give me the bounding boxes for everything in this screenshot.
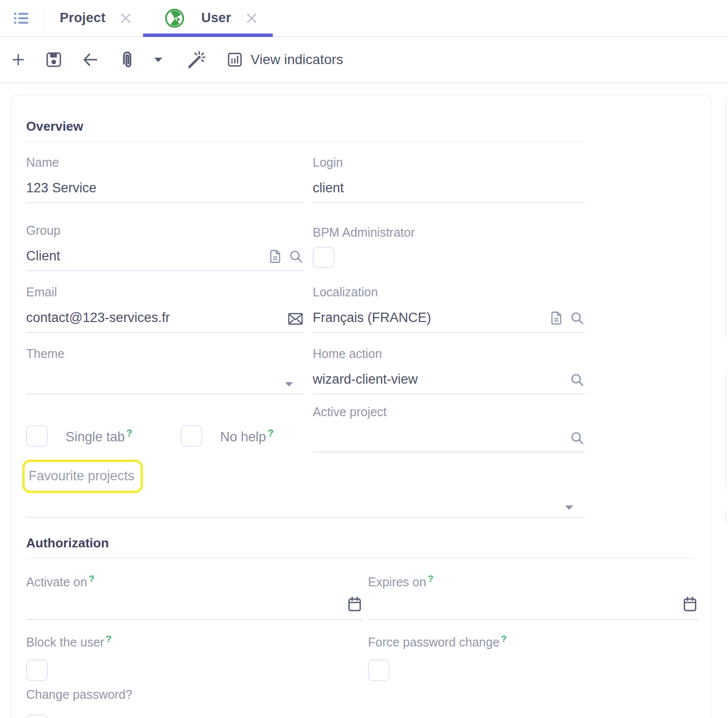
block-user-field: Block the user? — [26, 632, 363, 681]
authorization-section: Authorization Activate on? — [26, 536, 711, 718]
toolbar: View indicators — [0, 37, 728, 83]
expires-on-input[interactable] — [368, 591, 698, 620]
favourite-projects-select[interactable] — [26, 495, 585, 518]
active-tab-indicator — [143, 34, 273, 37]
login-field: Login client — [313, 155, 585, 203]
activate-on-field: Activate on? — [26, 572, 363, 620]
tab-project-label: Project — [60, 10, 106, 26]
group-input[interactable]: Client — [26, 243, 304, 271]
back-button[interactable] — [81, 50, 100, 69]
chevron-down-icon[interactable] — [283, 381, 295, 388]
group-field: Group Client — [26, 223, 304, 271]
home-action-input[interactable]: wizard-client-view — [313, 366, 585, 395]
help-icon: ? — [126, 428, 132, 438]
document-icon[interactable] — [548, 310, 564, 326]
single-tab-checkbox[interactable] — [26, 425, 48, 447]
force-password-change-checkbox[interactable] — [368, 659, 390, 681]
force-password-change-label: Force password change? — [368, 632, 698, 646]
options-row: Single tab? No help? — [26, 404, 304, 453]
right-panel-fragment — [725, 367, 728, 491]
home-action-label: Home action — [313, 346, 585, 361]
tab-user[interactable]: s User — [133, 8, 259, 28]
localization-field: Localization Français (FRANCE) — [313, 285, 585, 333]
tab-project[interactable]: Project — [60, 10, 133, 26]
right-panel-fragment — [725, 95, 728, 341]
tab-list-icon[interactable] — [12, 9, 31, 28]
save-button[interactable] — [44, 50, 63, 69]
change-password-field: Change password? — [26, 687, 363, 718]
close-icon[interactable] — [244, 11, 259, 26]
login-label: Login — [313, 155, 585, 170]
localization-input[interactable]: Français (FRANCE) — [313, 304, 585, 333]
force-password-change-field: Force password change? — [368, 632, 698, 681]
help-icon: ? — [428, 574, 434, 584]
block-user-checkbox[interactable] — [26, 659, 48, 681]
chevron-down-icon[interactable] — [563, 504, 575, 511]
change-password-label: Change password? — [26, 687, 363, 702]
right-panel-fragment — [725, 507, 728, 527]
change-password-checkbox[interactable] — [26, 715, 48, 718]
name-field: Name 123 Service — [26, 155, 304, 203]
localization-label: Localization — [313, 285, 585, 299]
active-project-input[interactable] — [313, 424, 585, 453]
theme-field: Theme — [26, 346, 304, 395]
app-logo-icon: s — [165, 8, 184, 28]
activate-on-label: Activate on? — [26, 572, 363, 586]
add-button[interactable] — [10, 51, 27, 68]
active-project-label: Active project — [313, 404, 585, 419]
no-help-checkbox[interactable] — [181, 425, 202, 447]
name-label: Name — [26, 155, 304, 170]
favourite-projects-highlight: Favourite projects — [22, 460, 143, 493]
search-icon[interactable] — [288, 249, 304, 264]
group-label: Group — [26, 223, 304, 238]
email-label: Email — [26, 285, 304, 299]
tab-bar: Project s User — [0, 0, 728, 37]
view-indicators-label: View indicators — [251, 52, 343, 68]
expires-on-label: Expires on? — [368, 572, 698, 586]
magic-wand-button[interactable] — [186, 49, 207, 70]
block-user-label: Block the user? — [26, 632, 363, 646]
theme-select[interactable] — [26, 366, 304, 395]
view-indicators-button[interactable]: View indicators — [226, 51, 343, 69]
envelope-icon[interactable] — [287, 311, 304, 326]
help-icon: ? — [106, 634, 111, 644]
single-tab-label: Single tab? — [66, 428, 132, 445]
svg-text:s: s — [172, 17, 175, 22]
active-project-field: Active project — [313, 404, 585, 453]
authorization-title: Authorization — [26, 536, 711, 551]
email-field: Email contact@123-services.fr — [26, 285, 304, 333]
favourite-projects-label: Favourite projects — [29, 468, 135, 483]
login-input[interactable]: client — [313, 175, 585, 203]
name-input[interactable]: 123 Service — [26, 175, 304, 203]
overview-section: Overview Name 123 Service Login client G… — [26, 119, 711, 518]
overview-title: Overview — [26, 119, 711, 134]
attachment-button[interactable] — [116, 48, 138, 71]
tab-bar-divider — [43, 7, 44, 29]
bpm-admin-label: BPM Administrator — [313, 225, 585, 240]
user-form-card: Overview Name 123 Service Login client G… — [11, 95, 711, 718]
calendar-icon[interactable] — [682, 595, 698, 613]
help-icon: ? — [267, 428, 273, 438]
bpm-admin-field: BPM Administrator — [313, 225, 585, 271]
expires-on-field: Expires on? — [368, 572, 698, 620]
search-icon[interactable] — [569, 372, 585, 388]
no-help-label: No help? — [220, 428, 273, 445]
help-icon: ? — [89, 574, 95, 584]
close-icon[interactable] — [118, 11, 133, 26]
search-icon[interactable] — [569, 430, 585, 446]
activate-on-input[interactable] — [26, 591, 363, 620]
document-icon[interactable] — [267, 249, 283, 264]
email-input[interactable]: contact@123-services.fr — [26, 304, 304, 333]
help-icon: ? — [501, 634, 507, 644]
home-action-field: Home action wizard-client-view — [313, 346, 585, 395]
bpm-admin-checkbox[interactable] — [313, 247, 334, 268]
theme-label: Theme — [26, 346, 304, 361]
tab-user-label: User — [201, 10, 231, 26]
calendar-icon[interactable] — [346, 595, 363, 613]
search-icon[interactable] — [569, 310, 585, 326]
attachment-dropdown-caret-icon[interactable] — [153, 56, 164, 64]
indicators-chart-icon — [226, 51, 244, 69]
